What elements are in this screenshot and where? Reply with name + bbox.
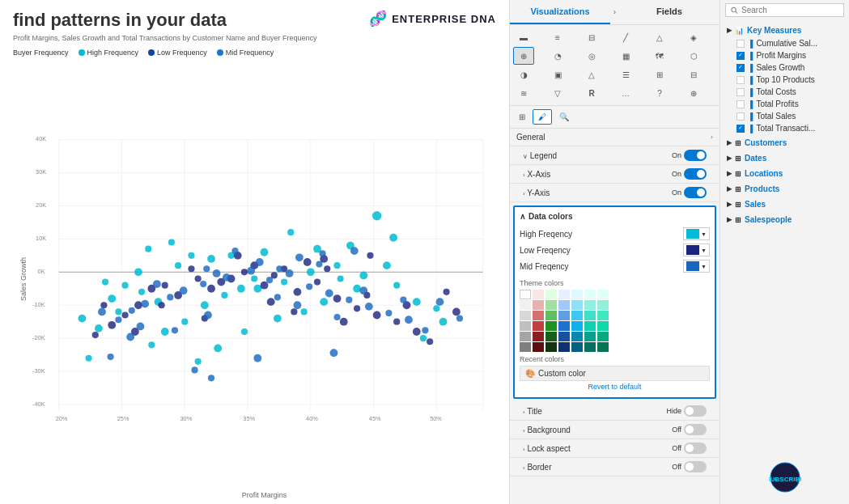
field-group-salespeople-header[interactable]: ▶ ⊞ Salespeople xyxy=(720,213,849,227)
title-toggle-switch[interactable] xyxy=(684,405,707,417)
theme-swatch-lightgray2[interactable] xyxy=(520,311,531,320)
fields-tab[interactable]: ⊞ xyxy=(513,109,531,125)
theme-swatch-gray2[interactable] xyxy=(520,332,531,341)
theme-swatch-cyan5[interactable] xyxy=(571,332,583,341)
viz-filled-map-icon[interactable]: ⬡ xyxy=(683,47,704,65)
lock-expand-icon[interactable]: › xyxy=(523,446,525,453)
field-group-dates-header[interactable]: ▶ ⊞ Dates xyxy=(720,151,849,165)
viz-kpi-icon[interactable]: △ xyxy=(581,66,602,83)
theme-swatch-gray3[interactable] xyxy=(520,342,531,352)
legend-toggle-switch[interactable] xyxy=(684,150,707,161)
lock-toggle-switch[interactable] xyxy=(684,443,707,454)
theme-swatch-green6[interactable] xyxy=(545,342,557,352)
field-profit-margins[interactable]: ▐ Profit Margins xyxy=(720,49,849,61)
border-toggle-switch[interactable] xyxy=(684,461,707,472)
viz-qna-icon[interactable]: ? xyxy=(649,84,670,102)
theme-swatch-cyan3[interactable] xyxy=(571,311,583,320)
xaxis-toggle-switch[interactable] xyxy=(684,168,707,180)
tab-fields[interactable]: Fields xyxy=(619,0,720,24)
field-total-transactions[interactable]: ▐ Total Transacti... xyxy=(720,122,849,134)
legend-expand-icon[interactable]: ∨ xyxy=(523,153,528,160)
theme-swatch-blue3[interactable] xyxy=(558,311,570,320)
viz-table-icon[interactable]: ⊞ xyxy=(649,66,670,83)
field-total-profits[interactable]: ▐ Total Profits xyxy=(720,98,849,110)
theme-swatch-cyan2[interactable] xyxy=(571,300,583,310)
theme-swatch-red4[interactable] xyxy=(533,321,544,331)
viz-gauge-icon[interactable]: ◑ xyxy=(513,66,534,83)
theme-swatch-teal6[interactable] xyxy=(584,342,596,352)
theme-swatch-blue6[interactable] xyxy=(558,342,570,352)
viz-map-icon[interactable]: 🗺 xyxy=(649,47,670,65)
theme-swatch-green2[interactable] xyxy=(545,300,557,310)
title-expand-icon[interactable]: › xyxy=(523,409,525,416)
viz-line-chart-icon[interactable]: ╱ xyxy=(615,28,636,46)
xaxis-expand-icon[interactable]: › xyxy=(523,172,525,179)
search-input[interactable] xyxy=(741,6,838,15)
viz-more-icon[interactable]: ⊕ xyxy=(683,84,704,102)
theme-swatch-teal1[interactable] xyxy=(584,290,596,299)
low-freq-color-btn[interactable]: ▼ xyxy=(683,244,710,256)
theme-swatch-red2[interactable] xyxy=(533,300,544,310)
field-group-products-header[interactable]: ▶ ⊞ Products xyxy=(720,182,849,196)
theme-swatch-blue1[interactable] xyxy=(558,290,570,299)
viz-ribbon-icon[interactable]: ◈ xyxy=(683,28,704,46)
field-group-locations-header[interactable]: ▶ ⊞ Locations xyxy=(720,167,849,180)
field-total-costs[interactable]: ▐ Total Costs xyxy=(720,86,849,98)
yaxis-toggle-switch[interactable] xyxy=(684,187,707,198)
theme-swatch-gray1[interactable] xyxy=(520,321,531,331)
mid-freq-color-btn[interactable]: ▼ xyxy=(683,260,710,273)
theme-swatch-white[interactable] xyxy=(520,290,531,299)
field-group-key-measures-header[interactable]: ▶ 📊 Key Measures xyxy=(720,23,849,37)
field-sales-growth[interactable]: ▐ Sales Growth xyxy=(720,61,849,74)
viz-area-chart-icon[interactable]: △ xyxy=(649,28,670,46)
theme-swatch-red1[interactable] xyxy=(533,290,544,299)
viz-donut-icon[interactable]: ◎ xyxy=(581,47,602,65)
theme-swatch-green3[interactable] xyxy=(545,311,557,320)
theme-swatch-lightgray1[interactable] xyxy=(520,300,531,310)
high-freq-color-btn[interactable]: ▼ xyxy=(683,227,710,240)
fields-search-box[interactable] xyxy=(725,3,844,17)
theme-swatch-cyan6[interactable] xyxy=(571,342,583,352)
theme-swatch-mint4[interactable] xyxy=(597,321,609,331)
viz-r-icon[interactable]: R xyxy=(581,84,602,102)
theme-swatch-red5[interactable] xyxy=(533,332,544,341)
theme-swatch-red6[interactable] xyxy=(533,342,544,352)
theme-swatch-mint3[interactable] xyxy=(597,311,609,320)
theme-swatch-mint5[interactable] xyxy=(597,332,609,341)
custom-color-button[interactable]: 🎨 Custom color xyxy=(520,366,710,381)
format-tab[interactable]: 🖌 xyxy=(533,109,552,125)
viz-bar-chart-icon[interactable]: ▬ xyxy=(513,28,534,46)
revert-default-button[interactable]: Revert to default xyxy=(520,381,710,392)
field-total-sales[interactable]: ▐ Total Sales xyxy=(720,110,849,122)
theme-swatch-teal4[interactable] xyxy=(584,321,596,331)
yaxis-expand-icon[interactable]: › xyxy=(523,190,525,197)
theme-swatch-teal3[interactable] xyxy=(584,311,596,320)
theme-swatch-mint1[interactable] xyxy=(597,290,609,299)
section-general-header[interactable]: General › xyxy=(510,129,720,146)
theme-swatch-green5[interactable] xyxy=(545,332,557,341)
viz-matrix-icon[interactable]: ⊟ xyxy=(683,66,704,83)
field-top-10-products[interactable]: ▐ Top 10 Products xyxy=(720,74,849,86)
theme-swatch-red3[interactable] xyxy=(533,311,544,320)
viz-scatter-icon[interactable]: ⊕ xyxy=(513,47,534,65)
theme-swatch-blue4[interactable] xyxy=(558,321,570,331)
subscribe-button[interactable]: SUBSCRIBE xyxy=(765,457,805,498)
theme-swatch-teal2[interactable] xyxy=(584,300,596,310)
viz-pie-icon[interactable]: ◔ xyxy=(547,47,568,65)
theme-swatch-green1[interactable] xyxy=(545,290,557,299)
tab-visualizations[interactable]: Visualizations xyxy=(510,0,610,24)
bg-expand-icon[interactable]: › xyxy=(523,427,525,434)
viz-treemap-icon[interactable]: ▦ xyxy=(615,47,636,65)
viz-cluster-bar-icon[interactable]: ⊟ xyxy=(581,28,602,46)
theme-swatch-green4[interactable] xyxy=(545,321,557,331)
theme-swatch-teal5[interactable] xyxy=(584,332,596,341)
viz-card-icon[interactable]: ▣ xyxy=(547,66,568,83)
viz-stacked-bar-icon[interactable]: ≡ xyxy=(547,28,568,46)
theme-swatch-mint6[interactable] xyxy=(597,342,609,352)
border-expand-icon[interactable]: › xyxy=(523,464,525,472)
bg-toggle-switch[interactable] xyxy=(684,424,707,435)
field-cumulative-sales[interactable]: ▐ Cumulative Sal... xyxy=(720,37,849,49)
viz-waterfall-icon[interactable]: ≋ xyxy=(513,84,534,102)
viz-slicer-icon[interactable]: ☰ xyxy=(615,66,636,83)
field-group-sales-header[interactable]: ▶ ⊞ Sales xyxy=(720,197,849,211)
